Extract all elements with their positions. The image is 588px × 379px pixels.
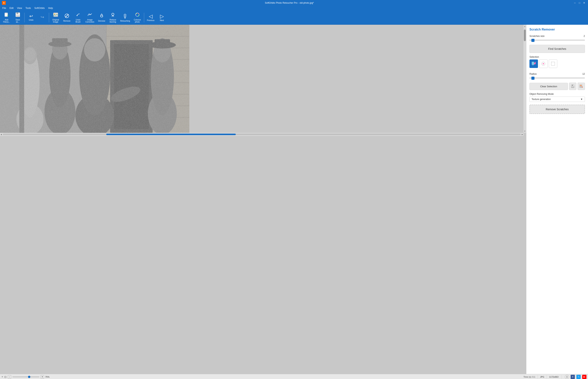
radius-label-row: Radius 12 — [529, 73, 585, 75]
radius-slider-thumb[interactable] — [531, 77, 535, 80]
undo-brush-icon — [75, 12, 81, 18]
svg-point-10 — [89, 14, 90, 15]
crop-icon[interactable]: ⊡ — [4, 375, 7, 379]
clear-selection-button[interactable]: Clear Selection — [529, 83, 568, 90]
maximize-button[interactable]: □ — [578, 1, 581, 5]
save-selection-button[interactable] — [569, 83, 576, 90]
zoom-out-button[interactable]: - — [8, 375, 11, 379]
svg-point-12 — [124, 14, 126, 16]
svg-rect-48 — [533, 64, 533, 66]
scratches-size-label-row: Scratches size 2 — [529, 35, 585, 37]
status-separator-3 — [561, 375, 562, 379]
twitter-icon[interactable]: 𝕏 — [576, 375, 581, 379]
radius-slider-container[interactable] — [529, 76, 585, 80]
redo-button[interactable]: ↪ — [37, 14, 47, 21]
corner-icon: ⌖ — [1, 375, 3, 379]
texture-generation-dropdown[interactable]: Texture generation ▼ — [529, 96, 585, 102]
previous-button[interactable]: ◁ Previous — [146, 13, 156, 22]
scratches-size-slider-thumb[interactable] — [531, 39, 535, 42]
scroll-right-arrow[interactable]: ▶ — [521, 134, 523, 135]
dropdown-arrow-icon: ▼ — [580, 98, 583, 101]
load-selection-icon — [579, 84, 583, 88]
vertical-scrollbar[interactable]: ▲ ▼ — [523, 25, 526, 133]
denoise-label: Denoise — [98, 20, 105, 22]
zoom-slider-track[interactable] — [12, 376, 39, 378]
selection-eraser-tool[interactable] — [539, 60, 548, 68]
menu-file[interactable]: File — [1, 6, 8, 10]
main-area: ▲ ▼ ◀ ▶ Scratch Remover Scratches size — [0, 25, 588, 374]
next-button[interactable]: ▷ Next — [157, 13, 167, 22]
horizontal-scrollbar[interactable]: ◀ ▶ — [0, 133, 523, 136]
remove-scratches-button[interactable]: Remove Scratches — [529, 105, 585, 114]
selection-rect-tool[interactable] — [549, 60, 557, 68]
scroll-up-arrow[interactable]: ▲ — [524, 26, 526, 27]
svg-marker-58 — [582, 86, 583, 88]
previous-label: Previous — [147, 19, 154, 21]
scratches-size-section: Scratches size 2 — [529, 35, 585, 42]
status-separator-1 — [538, 375, 538, 379]
info-icon[interactable]: ℹ — [565, 375, 569, 379]
image-correction-button[interactable]: Image Correction — [84, 11, 96, 24]
status-separator-2 — [547, 375, 547, 379]
title-bar: S SoftOrbits Photo Retoucher Pro - old-p… — [0, 0, 588, 6]
original-image-button[interactable]: Original Image — [51, 11, 61, 24]
save-as-label: Save as... — [16, 19, 20, 23]
canvas-with-scroll: ▲ ▼ ◀ ▶ — [0, 25, 526, 136]
colorize-button[interactable]: Colorize photo — [132, 11, 142, 24]
svg-rect-54 — [572, 86, 574, 88]
app-icon: S — [2, 1, 6, 5]
rect-selection-icon — [551, 61, 555, 66]
colorize-icon — [135, 12, 140, 18]
denoise-button[interactable]: Denoise — [97, 12, 107, 23]
remove-button[interactable]: Remove — [62, 12, 72, 23]
svg-rect-53 — [572, 85, 573, 86]
add-files-button[interactable]: Add File(s)... — [1, 11, 12, 24]
previous-icon: ◁ — [149, 14, 153, 19]
right-panel: Scratch Remover Scratches size 2 Find Sc… — [526, 25, 588, 374]
menu-edit[interactable]: Edit — [8, 6, 15, 10]
save-as-icon — [15, 12, 20, 18]
next-label: Next — [160, 19, 164, 21]
colorize-label: Colorize photo — [134, 19, 141, 23]
window-controls: ─ □ ✕ — [573, 1, 586, 5]
retouching-icon — [122, 13, 128, 19]
youtube-icon[interactable]: ▶ — [582, 375, 587, 379]
menu-help[interactable]: Help — [47, 6, 54, 10]
svg-rect-46 — [0, 25, 189, 133]
minimize-button[interactable]: ─ — [573, 1, 577, 5]
svg-rect-57 — [580, 86, 582, 87]
undo-button[interactable]: ↩ Undo — [26, 13, 36, 22]
scratches-size-slider-container[interactable] — [529, 38, 585, 42]
svg-rect-56 — [580, 85, 582, 86]
zoom-slider-thumb[interactable] — [28, 376, 30, 378]
scroll-left-arrow[interactable]: ◀ — [0, 134, 2, 135]
zoom-in-button[interactable]: + — [41, 375, 44, 379]
radius-value: 12 — [582, 73, 585, 75]
facebook-icon[interactable]: f — [571, 375, 575, 379]
h-scroll-track — [3, 134, 521, 135]
undo-brush-button[interactable]: Undo Brush — [73, 11, 83, 24]
photo-canvas[interactable] — [0, 25, 189, 133]
load-selection-button[interactable] — [578, 83, 585, 90]
photo-svg — [0, 25, 189, 133]
menu-tools[interactable]: Tools — [24, 6, 33, 10]
menu-softorbits[interactable]: SoftOrbits — [33, 6, 46, 10]
scroll-thumb[interactable] — [524, 30, 526, 41]
svg-rect-6 — [16, 15, 19, 16]
scroll-down-arrow[interactable]: ▼ — [524, 130, 526, 132]
close-button[interactable]: ✕ — [582, 1, 586, 5]
save-as-button[interactable]: Save as... — [13, 11, 23, 24]
menu-view[interactable]: View — [16, 6, 24, 10]
add-files-label: Add File(s)... — [3, 19, 10, 23]
format-display: JPG — [540, 376, 544, 378]
scratches-size-value: 2 — [584, 35, 585, 37]
brush-icon — [531, 61, 536, 66]
status-bar: ⌖ ⊡ - + 75% Time (s): 0.1 JPG 1172x663 ℹ… — [0, 374, 588, 379]
h-scroll-thumb[interactable] — [106, 134, 236, 135]
retouching-button[interactable]: Retouching — [119, 12, 131, 23]
reduce-blurring-button[interactable]: Reduce blurring — [108, 11, 118, 24]
find-scratches-button[interactable]: Find Scratches — [529, 45, 585, 53]
canvas-area[interactable]: ▲ ▼ ◀ ▶ — [0, 25, 526, 374]
status-info: Time (s): 0.1 — [523, 376, 535, 378]
selection-brush-tool[interactable] — [529, 60, 538, 68]
